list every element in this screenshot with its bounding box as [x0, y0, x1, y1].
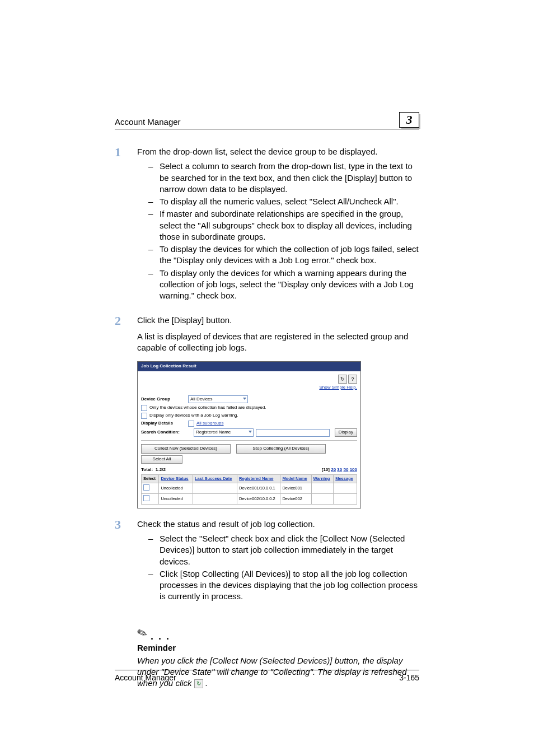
header-title: Account Manager — [115, 116, 181, 128]
step-2: 2 Click the [Display] button. A list is … — [115, 315, 419, 357]
cell-last — [193, 483, 237, 493]
search-condition-select[interactable]: Registered Name — [194, 428, 254, 437]
step-3: 3 Check the status and result of job log… — [115, 519, 419, 613]
display-button[interactable]: Display — [335, 428, 357, 437]
device-group-select[interactable]: All Devices — [188, 395, 248, 404]
footer-right: 3-165 — [399, 673, 419, 683]
cell-status: Uncollected — [159, 493, 193, 504]
search-condition-label: Search Condition: — [141, 430, 191, 436]
sub-item: To display only the devices for which a … — [160, 268, 419, 302]
search-text-input[interactable] — [256, 429, 330, 437]
col-last-success[interactable]: Last Success Date — [193, 474, 237, 483]
chapter-badge: 3 — [399, 112, 419, 128]
footer-left: Account Manager — [115, 673, 176, 683]
cell-warn — [311, 483, 334, 493]
cell-status: Uncollected — [159, 483, 193, 493]
reminder-heading: Reminder — [137, 642, 419, 654]
table-row: Uncollected Device001/10.0.0.1 Device001 — [142, 483, 357, 493]
col-registered-name[interactable]: Registered Name — [237, 474, 280, 483]
col-warning[interactable]: Warning — [311, 474, 334, 483]
select-all-button[interactable]: Select All — [141, 455, 182, 464]
col-select: Select — [142, 474, 159, 483]
device-group-label: Device Group — [141, 396, 186, 403]
sub-item: Select the "Select" check box and click … — [160, 533, 419, 567]
row-select-checkbox[interactable] — [143, 484, 149, 491]
step-text: Check the status and result of job log c… — [137, 519, 419, 530]
sub-item: To display the devices for which the col… — [160, 244, 419, 267]
total-label: Total: — [141, 467, 153, 472]
step-number: 3 — [115, 519, 137, 613]
page-footer: Account Manager 3-165 — [115, 670, 419, 683]
cell-reg: Device001/10.0.0.1 — [237, 483, 280, 493]
device-table: Select Device Status Last Success Date R… — [141, 474, 357, 505]
cell-model: Device001 — [280, 483, 311, 493]
step-number: 2 — [115, 315, 137, 357]
total-value: 1-2/2 — [156, 467, 166, 472]
failed-only-checkbox[interactable] — [141, 405, 147, 411]
col-message[interactable]: Message — [334, 474, 357, 483]
all-subgroups-checkbox[interactable] — [188, 421, 194, 427]
step-1-sublist: –Select a column to search from the drop… — [137, 161, 419, 301]
col-model-name[interactable]: Model Name — [280, 474, 311, 483]
col-device-status[interactable]: Device Status — [159, 474, 193, 483]
cell-last — [193, 493, 237, 504]
screenshot-title: Job Log Collection Result — [138, 362, 360, 371]
cell-reg: Device002/10.0.0.2 — [237, 493, 280, 504]
collect-now-button[interactable]: Collect Now (Selected Devices) — [141, 444, 231, 454]
ellipsis-icon: . . . — [151, 631, 170, 641]
step-text: From the drop-down list, select the devi… — [137, 146, 419, 157]
step-1: 1 From the drop-down list, select the de… — [115, 146, 419, 311]
sub-item: Select a column to search from the drop-… — [160, 161, 419, 195]
step-text: Click the [Display] button. — [137, 315, 419, 326]
warning-only-checkbox[interactable] — [141, 413, 147, 419]
cell-model: Device002 — [280, 493, 311, 504]
display-details-label: Display Details — [141, 421, 186, 427]
cell-warn — [311, 493, 334, 504]
table-row: Uncollected Device002/10.0.0.2 Device002 — [142, 493, 357, 504]
cell-msg — [334, 483, 357, 493]
help-icon[interactable]: ? — [348, 375, 357, 384]
step-number: 1 — [115, 146, 137, 311]
pen-icon: ✎ — [134, 624, 149, 643]
page-size-current: [10] — [322, 467, 330, 472]
page-size-100[interactable]: 100 — [350, 467, 357, 472]
stop-collecting-button[interactable]: Stop Collecting (All Devices) — [236, 444, 326, 454]
sub-item: Click [Stop Collecting (All Devices)] to… — [160, 568, 419, 603]
chapter-number: 3 — [399, 112, 419, 128]
show-simple-help-link[interactable]: Show Simple Help. — [319, 385, 357, 390]
page-size-50[interactable]: 50 — [344, 467, 349, 472]
cell-msg — [334, 493, 357, 504]
sub-item: If master and subordinate relationships … — [160, 208, 419, 242]
refresh-icon[interactable]: ↻ — [338, 375, 347, 384]
job-log-screenshot: Job Log Collection Result ↻ ? Show Simpl… — [137, 361, 361, 508]
sub-item: To display all the numeric values, selec… — [160, 196, 399, 207]
warning-only-label: Display only devices with a Job Log warn… — [149, 413, 238, 419]
failed-only-label: Only the devices whose collection has fa… — [149, 405, 266, 411]
step-3-sublist: –Select the "Select" check box and click… — [137, 533, 419, 603]
all-subgroups-label[interactable]: All subgroups — [196, 421, 223, 427]
step-paragraph: A list is displayed of devices that are … — [137, 331, 419, 354]
page-header: Account Manager 3 — [115, 112, 419, 129]
page-size-20[interactable]: 20 — [331, 467, 336, 472]
row-select-checkbox[interactable] — [143, 495, 149, 501]
page-size-30[interactable]: 30 — [337, 467, 342, 472]
